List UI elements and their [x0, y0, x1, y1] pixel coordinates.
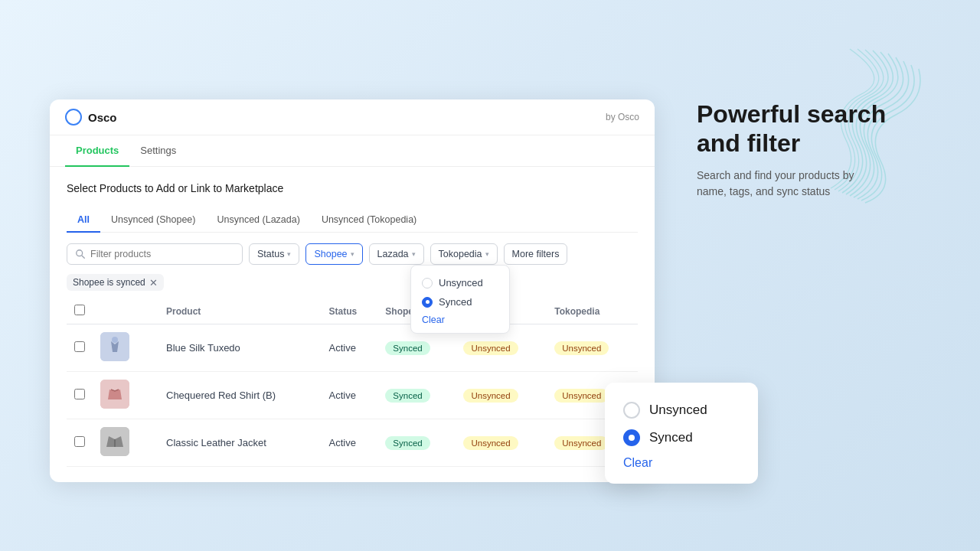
shopee-filter-dropdown-large: Unsynced Synced Clear	[605, 383, 758, 484]
synced-option-small[interactable]: Synced	[422, 292, 498, 311]
chevron-down-icon: ▾	[287, 250, 291, 258]
tag-label: Shopee is synced	[73, 277, 145, 288]
svg-point-2	[112, 337, 118, 343]
active-tags: Shopee is synced ✕	[67, 274, 638, 291]
product-image-2	[100, 380, 129, 409]
lazada-badge-2: Unsynced	[463, 389, 518, 403]
tokopedia-badge-2: Unsynced	[554, 389, 609, 403]
shopee-badge-2: Synced	[385, 389, 430, 403]
shopee-filter-btn[interactable]: Shopee ▾	[305, 243, 362, 265]
unsynced-radio-large[interactable]	[623, 402, 640, 419]
nav-tab-products[interactable]: Products	[65, 135, 129, 167]
app-logo: Osco	[65, 109, 117, 126]
nav-tab-settings[interactable]: Settings	[129, 135, 187, 167]
status-filter-btn[interactable]: Status ▾	[249, 243, 299, 265]
product-status-2: Active	[322, 372, 378, 419]
toolbar: Status ▾ Shopee ▾ Lazada ▾ Tokopedia ▾ M…	[67, 243, 638, 265]
right-heading: Powerful search and filter	[697, 99, 957, 158]
product-image-1	[100, 332, 129, 361]
unsynced-radio-small[interactable]	[422, 278, 433, 289]
logo-circle	[65, 109, 82, 126]
col-header-tokopedia: Tokopedia	[547, 298, 638, 324]
tag-close-icon[interactable]: ✕	[149, 278, 158, 288]
tokopedia-filter-btn[interactable]: Tokopedia ▾	[430, 243, 498, 265]
filter-tab-lazada[interactable]: Unsynced (Lazada)	[206, 208, 310, 233]
tokopedia-badge-1: Unsynced	[554, 341, 609, 355]
filter-tab-shopee[interactable]: Unsynced (Shopee)	[100, 208, 206, 233]
tokopedia-badge-3: Unsynced	[554, 436, 609, 450]
app-name: Osco	[88, 111, 117, 124]
filter-tab-tokopedia[interactable]: Unsynced (Tokopedia)	[311, 208, 427, 233]
app-by-label: by Osco	[606, 112, 639, 122]
clear-link-small[interactable]: Clear	[422, 311, 498, 325]
product-status-3: Active	[322, 419, 378, 467]
lazada-badge-3: Unsynced	[463, 436, 518, 450]
search-input[interactable]	[90, 249, 234, 259]
lazada-filter-btn[interactable]: Lazada ▾	[369, 243, 424, 265]
active-tag-shopee-synced: Shopee is synced ✕	[67, 274, 164, 291]
nav-tabs: Products Settings	[50, 135, 655, 167]
right-panel: Powerful search and filter Search and fi…	[697, 99, 957, 200]
search-box[interactable]	[67, 243, 243, 265]
select-all-checkbox[interactable]	[74, 305, 85, 315]
shopee-filter-dropdown-small: Unsynced Synced Clear	[410, 265, 510, 334]
row-checkbox-2[interactable]	[74, 389, 85, 399]
table-row: Classic Leather Jacket Active Synced Uns…	[67, 419, 638, 467]
product-status-1: Active	[322, 324, 378, 372]
page-title: Select Products to Add or Link to Market…	[67, 182, 638, 194]
synced-label-small: Synced	[439, 296, 472, 308]
table-row: Blue Silk Tuxedo Active Synced Unsynced …	[67, 324, 638, 372]
shopee-badge-3: Synced	[385, 436, 430, 450]
lazada-badge-1: Unsynced	[463, 341, 518, 355]
chevron-down-icon: ▾	[412, 250, 416, 258]
col-header-product: Product	[158, 298, 322, 324]
chevron-down-icon: ▾	[485, 250, 489, 258]
unsynced-label-large: Unsynced	[649, 403, 707, 418]
product-name-2: Chequered Red Shirt (B)	[158, 372, 322, 419]
row-checkbox-1[interactable]	[74, 341, 85, 352]
synced-label-large: Synced	[649, 430, 693, 445]
synced-radio-small[interactable]	[422, 297, 433, 308]
col-header-status: Status	[322, 298, 378, 324]
search-icon	[75, 249, 86, 259]
clear-link-large[interactable]: Clear	[623, 452, 740, 470]
chevron-down-icon: ▾	[351, 250, 354, 258]
synced-option-large[interactable]: Synced	[623, 424, 740, 452]
table-row: Chequered Red Shirt (B) Active Synced Un…	[67, 372, 638, 419]
right-subtext: Search and find your products byname, ta…	[697, 168, 957, 200]
row-checkbox-3[interactable]	[74, 436, 85, 447]
filter-tab-all[interactable]: All	[67, 208, 100, 233]
unsynced-option-small[interactable]: Unsynced	[422, 273, 498, 292]
shopee-badge-1: Synced	[385, 341, 430, 355]
app-header: Osco by Osco	[50, 99, 655, 135]
app-window: Osco by Osco Products Settings Select Pr…	[50, 99, 655, 482]
product-image-3	[100, 427, 129, 456]
content-area: Select Products to Add or Link to Market…	[50, 167, 655, 482]
more-filters-btn[interactable]: More filters	[504, 243, 568, 265]
svg-point-0	[77, 250, 83, 256]
product-name-3: Classic Leather Jacket	[158, 419, 322, 467]
unsynced-label-small: Unsynced	[439, 277, 483, 289]
synced-radio-large[interactable]	[623, 429, 640, 446]
unsynced-option-large[interactable]: Unsynced	[623, 396, 740, 424]
products-table: Product Status Shopee Lazada Tokopedia B…	[67, 298, 638, 467]
filter-tabs: All Unsynced (Shopee) Unsynced (Lazada) …	[67, 208, 638, 233]
product-name-1: Blue Silk Tuxedo	[158, 324, 322, 372]
